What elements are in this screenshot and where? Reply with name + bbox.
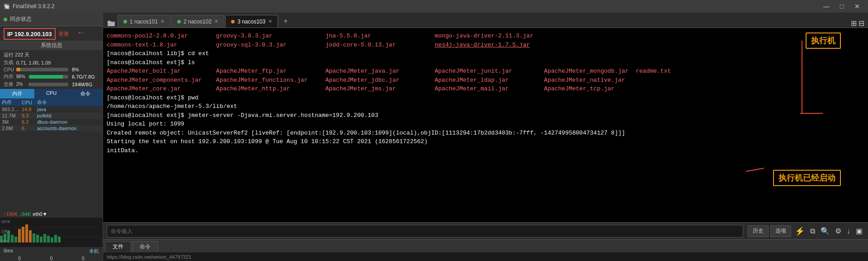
terminal-icon[interactable]: ▣ [854,227,864,235]
cmd-input[interactable] [107,225,743,238]
terminal-line-7: [nacos@localhost ext]$ pwd [107,93,864,103]
tab-close-0[interactable]: ✕ [160,19,165,24]
proc-row-1: 12.7M 9.3 polkitd [0,112,103,119]
arrow-icon: ← [77,28,85,37]
terminal-line-4: ApacheJMeter_bolt.jar ApacheJMeter_ftp.j… [107,67,864,76]
tab-nacos102[interactable]: 2 nacos102 ✕ [171,15,224,28]
maximize-button[interactable]: □ [835,1,849,11]
tab-label-0: 1 nacos101 [130,19,158,25]
load-label: 负载 [4,59,14,66]
uptime-row: 运行 222 天 [0,51,103,59]
terminal[interactable]: commons-pool2-2.8.0.jar groovy-3.0.3.jar… [103,28,868,222]
proc-header: 内存 CPU 命令 [0,98,103,106]
ftab-file[interactable]: 文件 [105,241,131,252]
proc-name-0: java [37,107,101,112]
proc-tab-cmd[interactable]: 命令 [68,89,103,98]
cpu-bar [16,68,20,71]
mem-row: 内存 86% 6.7G/7.8G [0,73,103,80]
grid-view-icon[interactable]: ⊞ [851,19,857,28]
mem-label: 内存 [4,73,14,80]
terminal-line-8: /home/nacos/apache-jmeter-5.3/lib/ext [107,102,864,111]
svg-text:197K: 197K [1,219,10,224]
sys-info-title: 系统信息 [0,41,103,50]
net-down: ↓64K [19,211,31,217]
history-button[interactable]: 历史 [748,225,769,237]
content-area: 1 nacos101 ✕ 2 nacos102 ✕ 3 nacos103 ✕ +… [103,13,868,261]
terminal-line-12: Starting the test on host 192.9.200.103:… [107,137,864,146]
tabs-bar: 1 nacos101 ✕ 2 nacos102 ✕ 3 nacos103 ✕ +… [103,13,868,28]
ping-val-0: 0 [18,256,21,261]
terminal-line-3: [nacos@localhost ext]$ ls [107,58,864,67]
download-icon[interactable]: ↓ [845,227,852,235]
swap-value: 194M/8G [72,82,99,87]
copy-icon[interactable]: ⧉ [808,227,817,235]
cpu-value: 8% [72,67,99,72]
proc-mem-0: 883.2... [2,107,22,112]
net-iface[interactable]: eth0▼ [33,211,47,217]
svg-rect-11 [29,230,32,242]
net-bar: ↑196K ↓64K eth0▼ [0,210,103,218]
svg-rect-17 [51,238,53,242]
change-label[interactable]: 变更 [58,30,69,38]
proc-tab-cpu[interactable]: CPU [34,89,69,98]
mem-value: 6.7G/7.8G [72,74,99,79]
terminal-line-9: [nacos@localhost ext]$ jmeter-server -Dj… [107,111,864,120]
search-icon[interactable]: 🔍 [819,227,831,235]
tab-nacos103[interactable]: 3 nacos103 ✕ [225,15,278,28]
terminal-line-11: Created remote object: UnicastServerRef2… [107,129,864,138]
split-view-icon[interactable]: ⊟ [859,19,864,28]
local-link[interactable]: 本机 [89,248,99,255]
swap-label: 交换 [4,81,14,88]
arrow-line-3 [746,168,764,172]
settings-icon[interactable]: ⚙ [833,227,843,235]
tab-add-button[interactable]: + [279,15,292,28]
ping-values: 0 0 0 [0,256,103,261]
terminal-line-2: [nacos@localhost lib]$ cd ext [107,49,864,58]
cpu-bar-container [16,68,68,71]
titlebar: 🐚 FinalShell 3.9.2.2 — □ ✕ [0,0,868,13]
svg-rect-0 [0,218,103,247]
titlebar-left: 🐚 FinalShell 3.9.2.2 [4,3,55,9]
svg-rect-12 [33,233,35,242]
swap-row: 交换 2% 194M/8G [0,80,103,88]
ping-row: 0ms 本机 [0,247,103,256]
sync-dot [4,18,7,21]
tab-close-1[interactable]: ✕ [214,19,218,24]
process-tabs: 内存 CPU 命令 [0,89,103,98]
minimize-button[interactable]: — [819,1,834,11]
terminal-line-6: ApacheJMeter_core.jar ApacheJMeter_http.… [107,84,864,93]
tab-nacos101[interactable]: 1 nacos101 ✕ [118,15,170,28]
terminal-line-10: Using local port: 1099 [107,120,864,129]
app-title: FinalShell 3.9.2.2 [13,3,55,9]
svg-rect-14 [40,237,42,242]
proc-name-1: polkitd [37,113,101,118]
proc-mem-2: 3M [2,119,22,125]
options-button[interactable]: 选项 [770,225,791,237]
terminal-line-0: commons-pool2-2.8.0.jar groovy-3.0.3.jar… [107,32,864,41]
proc-tab-mem[interactable]: 内存 [0,89,34,98]
close-button[interactable]: ✕ [850,1,864,11]
mem-bar-container [29,75,68,79]
tab-dot-1 [177,20,181,23]
svg-rect-13 [36,235,39,242]
svg-rect-15 [43,234,46,242]
tab-label-1: 2 nacos102 [184,19,212,25]
annot-started: 执行机已经启动 [773,170,841,186]
file-tabs: 文件 命令 [103,239,868,252]
app-icon: 🐚 [4,3,10,9]
lightning-icon[interactable]: ⚡ [793,226,807,236]
svg-text:68K: 68K [1,239,8,243]
svg-rect-6 [11,235,14,242]
tab-dot-0 [123,20,127,23]
proc-name-3: accounts-daemon [37,126,101,131]
ping-val-1: 0 [50,256,52,261]
load-row: 负载 0.71, 1.00, 1.09 [0,59,103,66]
ip-section: IP 192.9.200.103 变更 ← [0,26,103,40]
tab-close-2[interactable]: ✕ [268,19,272,24]
proc-cpu-0: 14.9 [22,107,37,112]
folder-icon-btn[interactable] [105,19,118,28]
command-bar: 历史 选项 ⚡ ⧉ 🔍 ⚙ ↓ ▣ [103,222,868,239]
svg-rect-18 [54,235,57,242]
proc-name-2: dbus-daemon [37,119,101,125]
ftab-cmd[interactable]: 命令 [132,241,158,252]
